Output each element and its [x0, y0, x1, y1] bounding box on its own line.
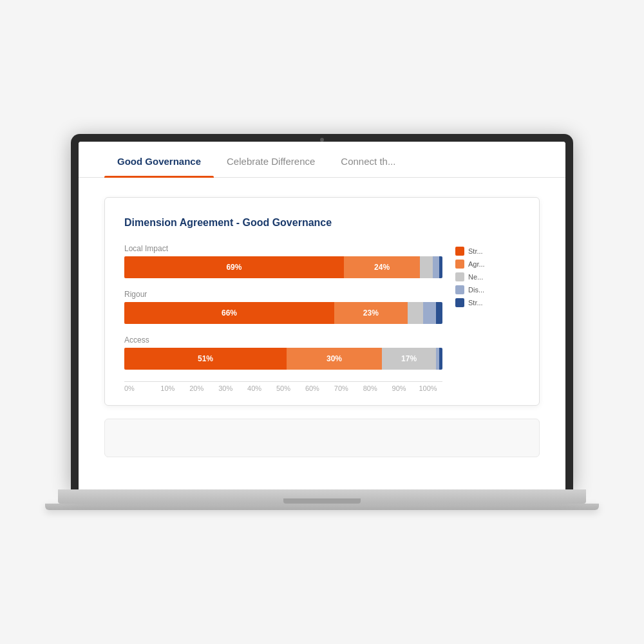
- bar-segment: [439, 348, 442, 370]
- bar-segment: [439, 256, 442, 278]
- bar-track: 51%30%17%: [124, 348, 442, 370]
- chart-card: Dimension Agreement - Good Governance Lo…: [104, 197, 540, 406]
- legend-color: [455, 285, 464, 294]
- bar-label: Rigour: [124, 290, 442, 299]
- scene: Good Governance Celebrate Difference Con…: [0, 0, 644, 644]
- legend-item: Agr...: [455, 260, 520, 269]
- legend-item: Ne...: [455, 272, 520, 281]
- bar-groups: Local Impact69%24%Rigour66%23%Access51%3…: [124, 244, 442, 370]
- bar-segment: [423, 302, 436, 324]
- legend-color: [455, 298, 464, 307]
- bar-segment: 23%: [334, 302, 408, 324]
- x-tick: 60%: [298, 382, 327, 392]
- laptop-base: [58, 489, 586, 504]
- bar-segment: 24%: [344, 256, 421, 278]
- bar-track: 69%24%: [124, 256, 442, 278]
- tab-bar: Good Governance Celebrate Difference Con…: [79, 142, 565, 178]
- bar-segment: [436, 302, 442, 324]
- main-content: Dimension Agreement - Good Governance Lo…: [79, 178, 565, 477]
- legend-label: Agr...: [468, 260, 485, 268]
- legend-label: Ne...: [468, 273, 483, 281]
- x-tick: 0%: [124, 382, 153, 392]
- x-tick: 90%: [384, 382, 413, 392]
- x-tick: 70%: [327, 382, 355, 392]
- x-tick: 50%: [269, 382, 298, 392]
- bar-label: Access: [124, 336, 442, 345]
- chart-title: Dimension Agreement - Good Governance: [124, 217, 520, 229]
- x-tick: 10%: [153, 382, 182, 392]
- legend-item: Str...: [455, 247, 520, 256]
- tab-connect-the[interactable]: Connect th...: [328, 142, 408, 177]
- bar-segment: [420, 256, 433, 278]
- bar-segment: 17%: [382, 348, 436, 370]
- chart-area: Local Impact69%24%Rigour66%23%Access51%3…: [124, 244, 520, 392]
- bar-group: Access51%30%17%: [124, 336, 442, 370]
- laptop-base-bottom: [45, 504, 599, 510]
- legend-item: Dis...: [455, 285, 520, 294]
- bar-group: Local Impact69%24%: [124, 244, 442, 278]
- x-tick: 30%: [211, 382, 240, 392]
- bar-track: 66%23%: [124, 302, 442, 324]
- bars-section: Local Impact69%24%Rigour66%23%Access51%3…: [124, 244, 442, 392]
- laptop: Good Governance Celebrate Difference Con…: [71, 134, 573, 510]
- bar-segment: 66%: [124, 302, 334, 324]
- bar-segment: [433, 256, 439, 278]
- tab-good-governance[interactable]: Good Governance: [104, 142, 214, 177]
- legend-label: Str...: [468, 299, 483, 307]
- x-axis: 0%10%20%30%40%50%60%70%80%90%100%: [124, 381, 442, 392]
- screen-outer: Good Governance Celebrate Difference Con…: [71, 134, 573, 489]
- legend-label: Str...: [468, 247, 483, 255]
- legend-color: [455, 247, 464, 256]
- legend-color: [455, 272, 464, 281]
- legend-label: Dis...: [468, 286, 484, 294]
- bar-segment: 69%: [124, 256, 344, 278]
- x-tick: 80%: [355, 382, 384, 392]
- bar-label: Local Impact: [124, 244, 442, 253]
- second-card: [104, 419, 540, 457]
- x-tick: 100%: [413, 382, 442, 392]
- bar-segment: [408, 302, 424, 324]
- bar-segment: 51%: [124, 348, 287, 370]
- screen-inner: Good Governance Celebrate Difference Con…: [79, 142, 565, 489]
- bar-segment: 30%: [287, 348, 382, 370]
- bar-group: Rigour66%23%: [124, 290, 442, 324]
- legend-color: [455, 260, 464, 269]
- legend: Str...Agr...Ne...Dis...Str...: [455, 244, 520, 392]
- x-tick: 20%: [182, 382, 211, 392]
- legend-item: Str...: [455, 298, 520, 307]
- x-tick: 40%: [240, 382, 269, 392]
- tab-celebrate-difference[interactable]: Celebrate Difference: [214, 142, 328, 177]
